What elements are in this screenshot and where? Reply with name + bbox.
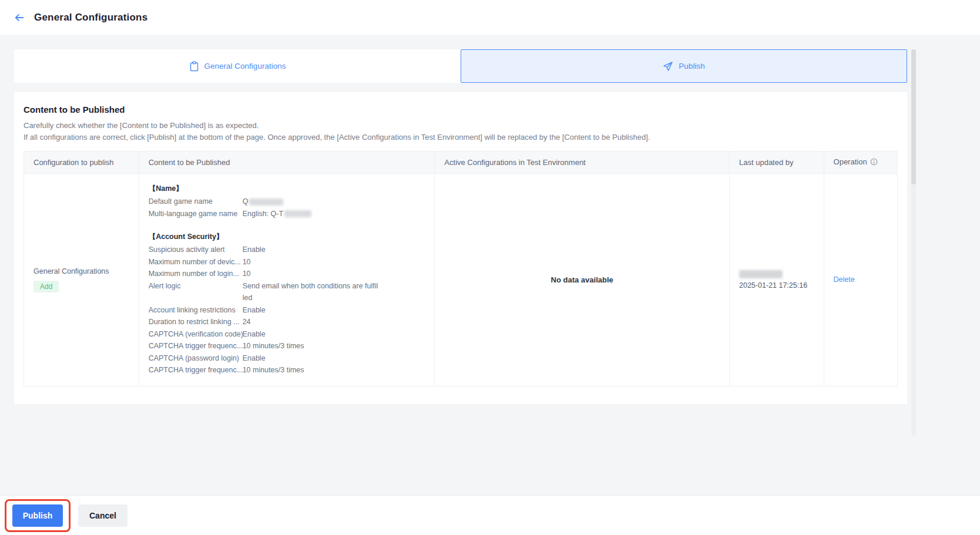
info-icon[interactable]: [870, 159, 878, 167]
config-item-row: Maximum number of devic...10: [149, 256, 425, 268]
table-row: General Configurations Add 【Name】Default…: [24, 174, 898, 386]
content-group-heading: 【Account Security】: [149, 231, 425, 243]
config-item-value: 10 minutes/3 times: [243, 364, 379, 376]
tab-label: General Configurations: [204, 62, 286, 70]
main-content: General Configurations Publish Content t…: [14, 36, 907, 404]
active-config-cell: No data available: [435, 174, 730, 386]
config-item-label: Suspicious activity alert: [149, 244, 243, 256]
config-name: General Configurations: [33, 267, 129, 275]
config-item-label: CAPTCHA trigger frequenc...: [149, 340, 243, 352]
column-header-configuration: Configuration to publish: [24, 152, 139, 174]
column-header-last-updated: Last updated by: [730, 152, 824, 174]
tab-publish[interactable]: Publish: [461, 49, 907, 83]
config-item-value: English: Q-T: [243, 208, 379, 220]
config-item-row: CAPTCHA (password login)Enable: [149, 352, 425, 365]
config-item-label: CAPTCHA (password login): [149, 352, 243, 365]
config-item-row: Multi-language game nameEnglish: Q-T: [149, 208, 425, 220]
config-item-value: Enable: [243, 328, 379, 341]
annotation-highlight-box: Publish: [5, 499, 71, 532]
description-line: If all configurations are correct, click…: [24, 132, 898, 143]
no-data-text: No data available: [551, 275, 613, 284]
config-item-row: CAPTCHA trigger frequenc...10 minutes/3 …: [149, 364, 425, 376]
table-header-row: Configuration to publish Content to be P…: [24, 152, 898, 174]
config-item-row: Account linking restrictionsEnable: [149, 304, 425, 317]
config-item-label: Multi-language game name: [149, 208, 243, 220]
config-item-value: Enable: [243, 352, 379, 365]
column-header-active-config: Active Configurations in Test Environmen…: [435, 152, 730, 174]
config-item-row: Default game nameQ: [149, 196, 425, 208]
config-item-row: Alert logicSend email when both conditio…: [149, 280, 425, 304]
redacted-user-name: [739, 270, 783, 278]
clipboard-icon: [189, 61, 199, 72]
back-button[interactable]: [14, 12, 25, 23]
tab-label: Publish: [679, 62, 704, 70]
config-item-value: Enable: [243, 244, 379, 256]
cancel-button[interactable]: Cancel: [78, 504, 127, 527]
config-item-value: Q: [243, 196, 379, 208]
config-item-row: CAPTCHA trigger frequenc...10 minutes/3 …: [149, 340, 425, 352]
app-header: General Configurations: [0, 0, 980, 36]
tab-general-configurations[interactable]: General Configurations: [14, 49, 461, 83]
last-updated-timestamp: 2025-01-21 17:25:16: [739, 281, 814, 290]
config-item-label: Maximum number of login...: [149, 268, 243, 280]
content-cell: 【Name】Default game nameQMulti-language g…: [139, 174, 435, 386]
section-title: Content to be Published: [24, 105, 898, 115]
section-description: Carefully check whether the [Content to …: [24, 120, 898, 143]
content-group-heading: 【Name】: [149, 183, 425, 195]
config-item-value: 10 minutes/3 times: [243, 340, 379, 352]
content-group: 【Account Security】Suspicious activity al…: [149, 231, 425, 376]
operation-cell: Delete: [824, 174, 897, 386]
config-item-label: Alert logic: [149, 280, 243, 304]
add-status-badge: Add: [33, 281, 59, 292]
config-item-row: Suspicious activity alertEnable: [149, 244, 425, 256]
config-item-value: 10: [243, 268, 379, 280]
scrollbar-thumb[interactable]: [911, 49, 916, 184]
publish-card: Content to be Published Carefully check …: [14, 92, 907, 404]
config-item-label: CAPTCHA (verification code): [149, 328, 243, 341]
arrow-left-icon: [14, 12, 25, 23]
config-item-row: CAPTCHA (verification code)Enable: [149, 328, 425, 341]
config-item-row: Duration to restrict linking ...24: [149, 316, 425, 328]
redacted-block: [284, 210, 311, 217]
publish-table: Configuration to publish Content to be P…: [24, 151, 898, 386]
config-item-label: Default game name: [149, 196, 243, 208]
last-updated-cell: 2025-01-21 17:25:16: [730, 174, 824, 386]
send-icon: [663, 61, 673, 72]
config-item-label: CAPTCHA trigger frequenc...: [149, 364, 243, 376]
config-item-label: Maximum number of devic...: [149, 256, 243, 268]
config-item-value: Enable: [243, 304, 379, 317]
config-item-row: Maximum number of login...10: [149, 268, 425, 280]
config-item-label: Duration to restrict linking ...: [149, 316, 243, 328]
config-item-value: Send email when both conditions are fulf…: [243, 280, 379, 304]
column-header-content: Content to be Published: [139, 152, 435, 174]
footer-action-bar: Publish Cancel: [0, 495, 980, 535]
tab-bar: General Configurations Publish: [14, 49, 907, 83]
page-title: General Configurations: [34, 12, 147, 23]
scrollbar-track[interactable]: [911, 49, 916, 436]
delete-link[interactable]: Delete: [834, 275, 855, 284]
config-item-value: 24: [243, 316, 379, 328]
redacted-block: [249, 198, 283, 206]
config-item-value: 10: [243, 256, 379, 268]
config-to-publish-cell: General Configurations Add: [24, 174, 139, 386]
content-group: 【Name】Default game nameQMulti-language g…: [149, 183, 425, 220]
column-header-operation: Operation: [824, 152, 897, 174]
config-item-label: Account linking restrictions: [149, 304, 243, 317]
publish-button[interactable]: Publish: [12, 504, 63, 527]
description-line: Carefully check whether the [Content to …: [24, 120, 898, 132]
